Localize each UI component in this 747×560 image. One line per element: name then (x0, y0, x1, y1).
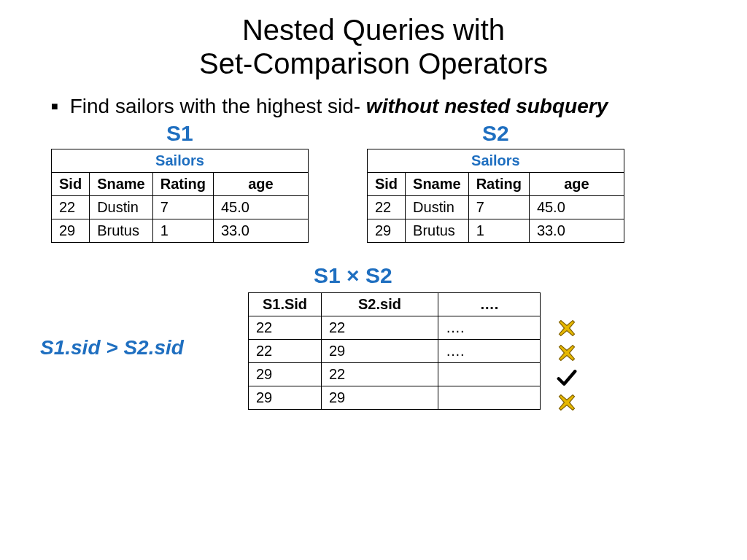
bullet-prefix: Find sailors with the highest sid- (70, 95, 366, 117)
s1-h1: Sname (90, 173, 153, 196)
cell: 29 (367, 219, 405, 243)
p-h1: S2.sid (322, 293, 438, 316)
s2-h3: age (529, 173, 624, 196)
product-label: S1 × S2 (314, 263, 392, 288)
s2-block: S2 Sailors Sid Sname Rating age 22 Dusti… (367, 121, 624, 243)
tables-row: S1 Sailors Sid Sname Rating age 22 Dusti… (0, 121, 747, 243)
s2-caption: Sailors (367, 149, 624, 173)
s1-h2: Rating (152, 173, 213, 196)
table-row: 22 Dustin 7 45.0 (52, 196, 309, 219)
cell: 29 (322, 386, 438, 410)
cell: 7 (468, 196, 529, 219)
cell: 22 (249, 316, 322, 340)
table-row: 22 22 …. (249, 316, 541, 340)
cell: 29 (322, 340, 438, 363)
table-row: 29 Brutus 1 33.0 (367, 219, 624, 243)
s2-label: S2 (367, 121, 624, 146)
cell: 33.0 (529, 219, 624, 243)
cell: Dustin (90, 196, 153, 219)
p-h0: S1.Sid (249, 293, 322, 316)
cell: 22 (367, 196, 405, 219)
cell: 7 (152, 196, 213, 219)
bullet-emphasis: without nested subquery (366, 95, 608, 117)
table-row: 22 29 …. (249, 340, 541, 363)
p-h2: …. (438, 293, 541, 316)
s1-h0: Sid (52, 173, 90, 196)
cell: 33.0 (213, 219, 308, 243)
title-line1: Nested Queries with (242, 14, 505, 46)
bullet-item: ■ Find sailors with the highest sid- wit… (0, 95, 747, 118)
cell (438, 386, 541, 410)
cross-icon (554, 390, 579, 415)
s1-header-row: Sid Sname Rating age (52, 173, 309, 196)
s2-table: Sailors Sid Sname Rating age 22 Dustin 7… (367, 149, 624, 243)
s1-label: S1 (51, 121, 309, 146)
cell: 1 (468, 219, 529, 243)
condition-text: S1.sid > S2.sid (40, 336, 184, 359)
s2-h2: Rating (468, 173, 529, 196)
s1-table: Sailors Sid Sname Rating age 22 Dustin 7… (51, 149, 309, 243)
table-row: 29 29 (249, 386, 541, 410)
s1-caption: Sailors (52, 149, 309, 173)
table-row: 22 Dustin 7 45.0 (367, 196, 624, 219)
cell: 1 (152, 219, 213, 243)
cell: 22 (322, 316, 438, 340)
cell: 29 (52, 219, 90, 243)
cell: 29 (249, 363, 322, 386)
cross-icon (554, 341, 579, 365)
cell: 22 (52, 196, 90, 219)
s2-h1: Sname (406, 173, 469, 196)
s2-header-row: Sid Sname Rating age (367, 173, 624, 196)
product-header-row: S1.Sid S2.sid …. (249, 293, 541, 316)
cell (438, 363, 541, 386)
table-row: 29 Brutus 1 33.0 (52, 219, 309, 243)
bullet-text: Find sailors with the highest sid- witho… (70, 95, 608, 118)
s2-h0: Sid (367, 173, 405, 196)
title-line2: Set-Comparison Operators (199, 47, 548, 79)
cell: 22 (249, 340, 322, 363)
cell: Dustin (406, 196, 469, 219)
cell: 22 (322, 363, 438, 386)
cross-icon (554, 316, 579, 341)
check-icon (554, 365, 579, 390)
cell: …. (438, 340, 541, 363)
cell: 45.0 (529, 196, 624, 219)
cell: 45.0 (213, 196, 308, 219)
cell: Brutus (90, 219, 153, 243)
s1-h3: age (213, 173, 308, 196)
table-row: 29 22 (249, 363, 541, 386)
slide-title: Nested Queries with Set-Comparison Opera… (0, 0, 747, 80)
bullet-marker: ■ (51, 100, 58, 113)
cell: …. (438, 316, 541, 340)
cell: Brutus (406, 219, 469, 243)
marks-column (554, 316, 579, 415)
cell: 29 (249, 386, 322, 410)
product-table: S1.Sid S2.sid …. 22 22 …. 22 29 …. 29 22… (248, 292, 541, 410)
s1-block: S1 Sailors Sid Sname Rating age 22 Dusti… (51, 121, 309, 243)
